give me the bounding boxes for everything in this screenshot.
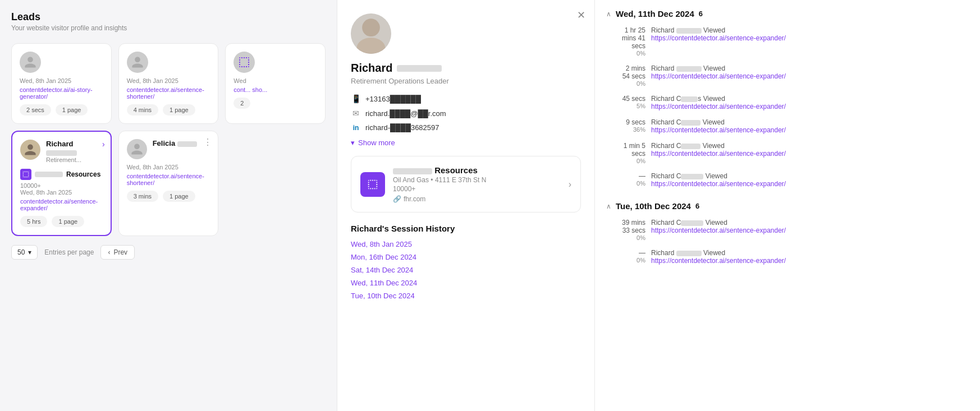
activity-item: — 0% Richard C Viewed https://contentdet… bbox=[606, 172, 969, 188]
redacted bbox=[681, 220, 703, 226]
card-date: Wed, 8th Jan 2025 bbox=[20, 77, 103, 84]
card-link[interactable]: cont... sho... bbox=[233, 86, 317, 93]
lead-card-2[interactable]: Wed, 8th Jan 2025 contentdetector.ai/sen… bbox=[118, 43, 219, 124]
time-badge: 3 mins bbox=[127, 191, 158, 202]
activity-content: Richard Viewed https://contentdetector.a… bbox=[651, 64, 969, 87]
show-more-button[interactable]: ▾ Show more bbox=[351, 138, 395, 147]
card-name: Felicia bbox=[153, 139, 210, 147]
contact-linkedin: in richard-████3682597 bbox=[351, 123, 581, 132]
card-stats: 2 bbox=[233, 98, 317, 109]
activity-time: 45 secs 5% bbox=[606, 95, 645, 110]
collapse-icon[interactable]: ∧ bbox=[606, 202, 611, 210]
avatar bbox=[233, 52, 255, 73]
company-card-count: 10000+ bbox=[393, 185, 561, 193]
company-card-name: Resources bbox=[393, 165, 561, 175]
pages-badge: 1 page bbox=[56, 104, 88, 116]
redacted-company bbox=[393, 168, 432, 174]
activity-time: 39 mins 33 secs 0% bbox=[606, 219, 645, 241]
per-page-select[interactable]: 50 ▾ bbox=[11, 245, 38, 260]
activity-content: Richard Viewed https://contentdetector.a… bbox=[651, 249, 969, 265]
close-button[interactable]: ✕ bbox=[577, 9, 585, 21]
card-name-block: Felicia bbox=[153, 139, 210, 147]
email-icon: ✉ bbox=[351, 109, 361, 118]
card-link[interactable]: contentdetector.ai/sentence-shortener/ bbox=[127, 173, 210, 186]
time-badge: 2 bbox=[233, 98, 250, 109]
activity-link[interactable]: https://contentdetector.ai/sentence-expa… bbox=[651, 34, 969, 42]
profile-role: Retirement Operations Leader bbox=[351, 77, 581, 85]
session-history-title: Richard's Session History bbox=[351, 224, 581, 233]
card-options-icon[interactable]: ⋮ bbox=[203, 137, 212, 147]
redacted bbox=[681, 174, 703, 179]
activity-content: Richard C Viewed https://contentdetector… bbox=[651, 172, 969, 188]
pages-badge: 1 page bbox=[163, 104, 195, 116]
day-count: 6 bbox=[699, 10, 703, 18]
activity-link[interactable]: https://contentdetector.ai/sentence-expa… bbox=[651, 103, 969, 110]
activity-link[interactable]: https://contentdetector.ai/sentence-expa… bbox=[651, 227, 969, 234]
redacted bbox=[676, 28, 702, 34]
session-link-1[interactable]: Wed, 8th Jan 2025 bbox=[351, 240, 581, 248]
company-card-info: Resources Oil And Gas • 4111 E 37th St N… bbox=[393, 165, 561, 203]
avatar bbox=[127, 52, 148, 73]
card-link[interactable]: contentdetector.ai/sentence-expander/ bbox=[20, 198, 103, 211]
day-header: ∧ Tue, 10th Dec 2024 6 bbox=[606, 201, 969, 211]
redacted-name bbox=[46, 150, 77, 156]
session-history: Richard's Session History Wed, 8th Jan 2… bbox=[351, 224, 581, 300]
card-arrow-icon[interactable]: › bbox=[102, 140, 105, 149]
card-stats: 2 secs 1 page bbox=[20, 104, 103, 116]
day-header: ∧ Wed, 11th Dec 2024 6 bbox=[606, 9, 969, 19]
card-link[interactable]: contentdetector.ai/ai-story-generator/ bbox=[20, 86, 103, 100]
card-name: Richard bbox=[46, 140, 103, 156]
lead-card-richard[interactable]: Richard Retirement... › Resources 10000+… bbox=[11, 131, 112, 236]
card-date: Wed, 8th Jan 2025 bbox=[127, 164, 210, 170]
pages-badge: 1 page bbox=[52, 216, 84, 227]
activity-item: 1 hr 25 mins 41 secs 0% Richard Viewed h… bbox=[606, 26, 969, 57]
card-stats: 5 hrs 1 page bbox=[20, 216, 103, 227]
time-badge: 2 secs bbox=[20, 104, 51, 116]
session-link-2[interactable]: Mon, 16th Dec 2024 bbox=[351, 253, 581, 261]
profile-avatar bbox=[351, 13, 391, 54]
chevron-down-icon: ▾ bbox=[28, 248, 31, 256]
lead-card-1[interactable]: Wed, 8th Jan 2025 contentdetector.ai/ai-… bbox=[11, 43, 112, 124]
day-title: Wed, 11th Dec 2024 bbox=[616, 9, 694, 19]
redacted-lastname bbox=[397, 65, 442, 72]
prev-button[interactable]: ‹ Prev bbox=[100, 245, 135, 260]
session-link-3[interactable]: Sat, 14th Dec 2024 bbox=[351, 266, 581, 274]
svg-point-3 bbox=[351, 13, 391, 54]
session-link-5[interactable]: Tue, 10th Dec 2024 bbox=[351, 292, 581, 300]
activity-link[interactable]: https://contentdetector.ai/sentence-expa… bbox=[651, 180, 969, 188]
cards-grid: Wed, 8th Jan 2025 contentdetector.ai/ai-… bbox=[11, 43, 326, 236]
session-link-4[interactable]: Wed, 11th Dec 2024 bbox=[351, 279, 581, 287]
redacted bbox=[681, 120, 700, 126]
collapse-icon[interactable]: ∧ bbox=[606, 10, 611, 18]
activity-content: Richard C Viewed https://contentdetector… bbox=[651, 142, 969, 164]
redacted bbox=[681, 96, 698, 102]
leads-subtitle: Your website visitor profile and insight… bbox=[11, 24, 326, 32]
company-icon bbox=[20, 169, 31, 180]
card-role: Retirement... bbox=[46, 156, 103, 163]
redacted bbox=[681, 144, 700, 149]
company-card-website: 🔗 fhr.com bbox=[393, 195, 561, 203]
linkedin-icon: in bbox=[351, 124, 361, 132]
time-badge: 4 mins bbox=[127, 104, 158, 116]
activity-time: — 0% bbox=[606, 249, 645, 265]
activity-link[interactable]: https://contentdetector.ai/sentence-expa… bbox=[651, 257, 969, 265]
redacted bbox=[676, 66, 702, 72]
card-link[interactable]: contentdetector.ai/sentence-shortener/ bbox=[127, 86, 210, 100]
contact-email: ✉ richard.████@██r.com bbox=[351, 109, 581, 118]
lead-card-3[interactable]: Wed cont... sho... 2 bbox=[225, 43, 326, 124]
company-arrow-icon: › bbox=[569, 179, 571, 190]
leads-header: Leads Your website visitor profile and i… bbox=[11, 11, 326, 32]
company-card[interactable]: Resources Oil And Gas • 4111 E 37th St N… bbox=[351, 156, 581, 213]
day-count: 6 bbox=[695, 202, 699, 210]
activity-link[interactable]: https://contentdetector.ai/sentence-expa… bbox=[651, 72, 969, 80]
day-title: Tue, 10th Dec 2024 bbox=[616, 201, 691, 211]
activity-item: 1 min 5 secs 0% Richard C Viewed https:/… bbox=[606, 142, 969, 164]
avatar bbox=[127, 139, 147, 159]
lead-card-felicia[interactable]: Felicia ⋮ Wed, 8th Jan 2025 contentdetec… bbox=[118, 131, 219, 236]
activity-time: 1 hr 25 mins 41 secs 0% bbox=[606, 26, 645, 57]
activity-content: Richard Cs Viewed https://contentdetecto… bbox=[651, 95, 969, 110]
activity-link[interactable]: https://contentdetector.ai/sentence-expa… bbox=[651, 150, 969, 158]
card-header: Felicia ⋮ bbox=[127, 139, 210, 164]
company-name: Resources bbox=[66, 170, 100, 178]
activity-link[interactable]: https://contentdetector.ai/sentence-expa… bbox=[651, 126, 969, 134]
